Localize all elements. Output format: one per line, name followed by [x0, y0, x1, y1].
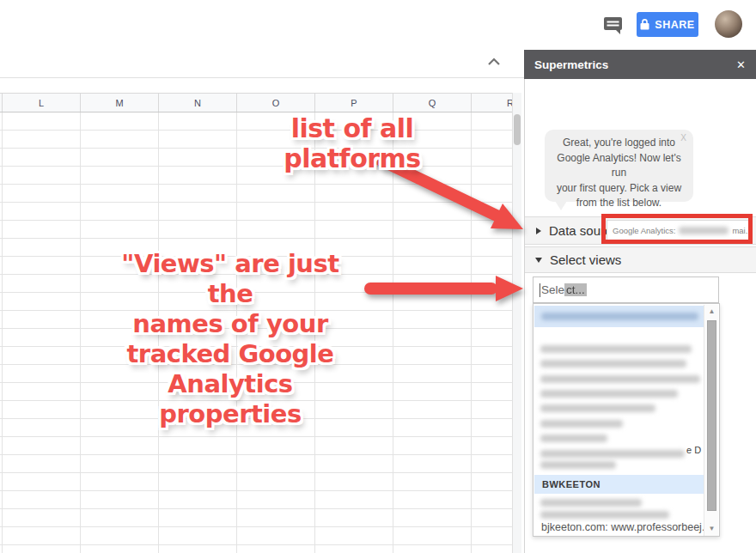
text-cursor [540, 283, 540, 297]
column-header[interactable]: M [80, 94, 158, 112]
message-line: Great, you're logged into [552, 136, 686, 151]
sidebar-header: Supermetrics ✕ [524, 50, 756, 79]
disclosure-right-icon [536, 228, 541, 234]
scroll-down-icon[interactable]: ▼ [704, 525, 719, 533]
message-line: from the list below. [552, 196, 686, 211]
select-views-section[interactable]: Select views [525, 246, 756, 273]
share-button[interactable]: SHARE [637, 12, 698, 37]
disclosure-down-icon [535, 258, 542, 263]
column-header[interactable]: R [471, 94, 512, 112]
column-header[interactable]: N [158, 94, 236, 112]
sheet-scrollbar-thumb[interactable] [514, 114, 521, 145]
annotation-line: tracked Google [96, 339, 364, 369]
message-line: your first query. Pick a view [552, 181, 686, 197]
blurred-option-text [541, 313, 698, 320]
column-header[interactable]: L [2, 94, 80, 112]
dropdown-option-visible[interactable]: bjkeeton.com: www.professorbeej.com [541, 521, 704, 533]
dropdown-option-selected[interactable] [534, 306, 704, 327]
column-header[interactable]: Q [393, 94, 471, 112]
dropdown-scrollbar[interactable]: ▲ ▼ [704, 305, 718, 536]
avatar[interactable] [715, 10, 742, 38]
scroll-up-icon[interactable]: ▲ [704, 307, 719, 316]
share-button-label: SHARE [655, 19, 694, 31]
sidebar-title: Supermetrics [534, 58, 736, 71]
column-header[interactable]: P [314, 94, 393, 112]
bubble-tail [555, 201, 567, 210]
column-header[interactable]: O [236, 94, 314, 112]
partial-option-text: e D [686, 445, 701, 455]
red-highlight-box [601, 214, 753, 244]
collapse-toolbar-chevron-up-icon[interactable] [485, 53, 503, 70]
close-icon[interactable]: ✕ [736, 58, 746, 71]
welcome-message-bubble: X Great, you're logged intoGoogle Analyt… [545, 130, 693, 202]
annotation-line: "Views" are just the [96, 249, 364, 309]
select-views-label: Select views [550, 252, 621, 267]
message-line: Google Analytics! Now let's run [552, 151, 686, 181]
dropdown-group-header: BWKEETON [534, 475, 704, 494]
annotation-line: names of your [96, 309, 364, 339]
annotation-platforms: list of all platforms [234, 113, 471, 173]
autocomplete-selection: ct... [564, 283, 587, 296]
dropdown-scrollbar-thumb[interactable] [707, 320, 716, 511]
typed-text: Sele [541, 283, 564, 296]
annotation-line: Analytics properties [96, 369, 364, 429]
views-search-input[interactable]: Sele ct... [533, 276, 719, 303]
message-close-icon[interactable]: X [680, 133, 686, 143]
column-header-row: LMNOPQR [0, 93, 512, 112]
lock-icon [640, 19, 649, 30]
sheet-scrollbar[interactable] [512, 93, 521, 553]
views-dropdown-list: e D BWKEETON bjkeeton.com: www.professor… [533, 304, 704, 536]
annotation-views-note: "Views" are just thenames of yourtracked… [96, 249, 364, 429]
comment-icon[interactable] [602, 14, 625, 36]
views-dropdown: e D BWKEETON bjkeeton.com: www.professor… [533, 303, 720, 537]
google-sheets-window: SHARE LMNOPQR Supermetrics ✕ X Great, yo… [0, 0, 756, 553]
toolbar-separator [0, 77, 524, 78]
